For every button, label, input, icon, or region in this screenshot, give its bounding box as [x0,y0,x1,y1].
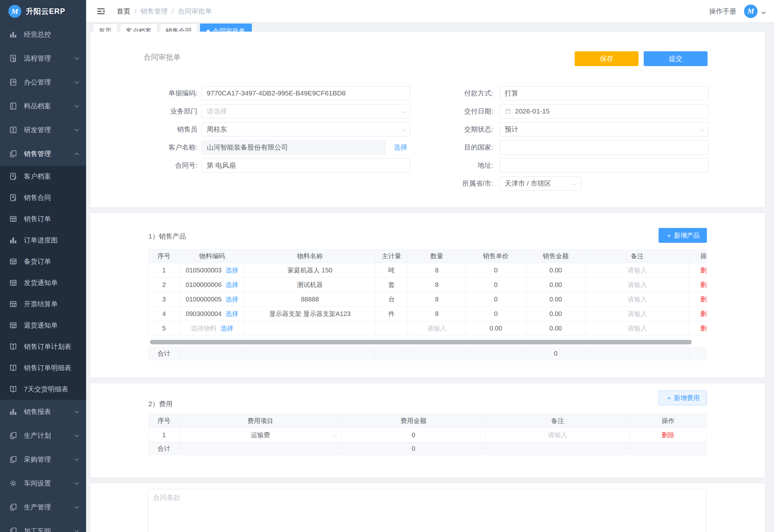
dev-square-icon [9,126,17,134]
sidebar-item-return-notice[interactable]: 退货通知单 [0,315,86,336]
sidebar-item-sales-mgmt[interactable]: 销售管理 [0,142,86,166]
scrollbar-thumb[interactable] [150,340,692,344]
contract-no-input[interactable]: 第 电风扇 [202,158,410,172]
sidebar-item-shipping-notice[interactable]: 发货通知单 [0,272,86,293]
chevron-down-icon [74,127,79,132]
price-input[interactable]: 0.00 [466,321,526,336]
dest-country-label: 目的国家: [445,140,500,154]
salesman-select[interactable]: 周桂东 [202,122,410,136]
choose-material-link[interactable]: 选择 [225,296,238,303]
sidebar-item-sales-order[interactable]: 销售订单 [0,208,86,230]
choose-material-link[interactable]: 选择 [225,267,238,274]
fee-item-select[interactable]: 运输费 [180,428,342,442]
open-tabs-bar: 首页 客户档案 销售合同 合同审批单 [86,24,774,32]
price-input[interactable]: 0 [466,307,526,321]
sidebar-item-material-archive[interactable]: 料品档案 [0,94,86,118]
delete-row-link[interactable]: 删除 [700,281,707,288]
sales-products-panel: 1）销售产品 ＋ 新增产品 序号 物料编码 物料名称 主计量 数量 销售单价 销… [90,213,765,378]
fees-panel: 2）费用 ＋ 新增费用 序号 费用项目 费用金额 备注 操作 [90,383,765,478]
department-select[interactable]: 请选择 [202,104,410,118]
tab-contract-approval[interactable]: 合同审批单 [200,24,252,32]
sidebar-item-customer-archive[interactable]: 客户档案 [0,166,86,187]
tab-sales-contract[interactable]: 销售合同 [160,24,197,32]
avatar[interactable]: M [744,5,758,18]
document-edit-icon [9,172,17,181]
delete-row-link[interactable]: 删除 [700,267,707,274]
chevron-down-icon [401,127,405,132]
remark-input[interactable]: 请输入 [586,263,689,278]
bar-chart-icon [9,236,17,244]
tab-home[interactable]: 首页 [93,24,117,32]
contract-terms-textarea[interactable]: 合同条款 [148,489,706,532]
choose-material-link[interactable]: 选择 [221,325,233,332]
chevron-down-icon [74,103,79,108]
sidebar-item-order-progress[interactable]: 订单进度图 [0,230,86,251]
doc-code-input[interactable]: 9770CA17-3497-4DB2-995E-B49E9CF61BD8 [202,86,410,100]
sidebar-item-stock-order[interactable]: 备货订单 [0,251,86,272]
delete-row-link[interactable]: 删除 [700,325,707,332]
open-book-icon [9,385,17,393]
choose-customer-link[interactable]: 选择 [394,140,407,154]
delete-row-link[interactable]: 删除 [700,310,707,317]
sidebar-item-workshop-settings[interactable]: 车间设置 [0,471,86,495]
save-button[interactable]: 保存 [575,51,639,66]
breadcrumb-section[interactable]: 销售管理 [141,7,168,16]
remark-input[interactable]: 请输入 [486,428,630,442]
sidebar-item-production-mgmt[interactable]: 生产管理 [0,495,86,519]
manual-link[interactable]: 操作手册 [709,7,736,16]
table-icon [9,279,17,287]
submit-button[interactable]: 提交 [644,51,708,66]
department-label: 业务部门 [90,104,202,118]
remark-input[interactable]: 请输入 [586,307,689,321]
sidebar-item-production-plan[interactable]: 生产计划 [0,424,86,448]
choose-material-link[interactable]: 选择 [225,281,238,288]
qty-input[interactable]: 8 [408,278,466,292]
sidebar-item-7day-delivery-detail[interactable]: 7天交货明细表 [0,379,86,400]
sidebar-item-purchase-mgmt[interactable]: 采购管理 [0,448,86,471]
remark-input[interactable]: 请输入 [586,321,689,336]
address-input[interactable] [500,158,709,172]
delivery-date-input[interactable]: 2026-01-15 [500,104,709,118]
delete-row-link[interactable]: 删除 [662,431,675,438]
price-input[interactable]: 0 [466,292,526,307]
sidebar-item-sales-report[interactable]: 销售报表 [0,400,86,424]
top-header: 首页 / 销售管理 / 合同审批单 操作手册 M [86,0,774,23]
sidebar-item-sales-order-detail[interactable]: 销售订单明细表 [0,357,86,379]
remark-input[interactable]: 请输入 [586,278,689,292]
price-input[interactable]: 0 [466,278,526,292]
qty-input[interactable]: 8 [408,263,466,278]
sidebar-item-rnd-mgmt[interactable]: 研发管理 [0,118,86,142]
remark-input[interactable]: 请输入 [586,292,689,307]
qty-input[interactable]: 请输入 [408,321,466,336]
fee-amount-input[interactable]: 0 [342,428,486,442]
qty-input[interactable]: 8 [408,292,466,307]
sidebar-item-office-mgmt[interactable]: 办公管理 [0,70,86,94]
horizontal-scrollbar[interactable] [148,340,707,345]
table-icon [9,300,17,308]
delivery-status-select[interactable]: 预计 [500,122,709,136]
add-fee-button[interactable]: ＋ 新增费用 [659,390,707,405]
payment-input[interactable]: 打算 [500,86,709,100]
main-area: 首页 / 销售管理 / 合同审批单 操作手册 M 首页 客户档案 销售合同 合同… [86,0,774,532]
sidebar-collapse-icon[interactable] [97,8,105,15]
dest-country-input[interactable] [500,140,709,154]
fees-section-title: 2）费用 [148,399,173,409]
pages-icon [9,503,17,511]
app-title: 升阳云ERP [26,6,65,16]
sidebar-item-sales-order-plan[interactable]: 销售订单计划表 [0,336,86,357]
breadcrumb-home[interactable]: 首页 [117,7,130,16]
tab-customer-archive[interactable]: 客户档案 [120,24,157,32]
delete-row-link[interactable]: 删除 [700,296,707,303]
sidebar-item-sales-contract[interactable]: 销售合同 [0,187,86,208]
add-product-button[interactable]: ＋ 新增产品 [659,228,707,243]
province-select[interactable]: 天津市 / 市辖区 [500,176,581,191]
qty-input[interactable]: 8 [408,307,466,321]
price-input[interactable]: 0 [466,263,526,278]
sidebar-item-process-mgmt[interactable]: 流程管理 [0,46,86,70]
sidebar-item-business-overview[interactable]: 经营总控 [0,23,86,46]
choose-material-link[interactable]: 选择 [225,310,238,317]
user-menu-caret-icon[interactable] [761,10,766,14]
summary-amount: 0 [526,347,586,360]
sidebar-item-invoice-settlement[interactable]: 开票结算单 [0,293,86,315]
sidebar-item-processing-workshop[interactable]: 加工车间 [0,519,86,532]
